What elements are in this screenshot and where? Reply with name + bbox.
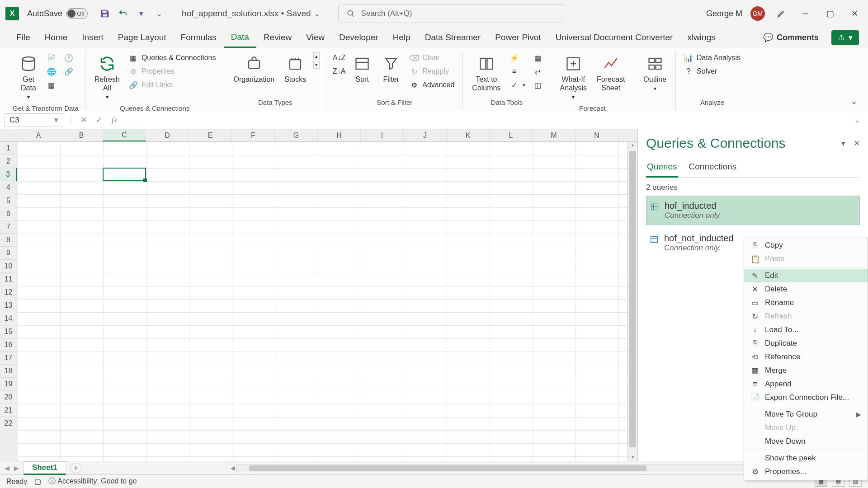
tab-data-streamer[interactable]: Data Streamer xyxy=(418,28,488,47)
ctx-rename[interactable]: ▭Rename xyxy=(744,296,868,310)
enter-formula-icon[interactable]: ✓ xyxy=(93,114,105,127)
ctx-export-connection-file[interactable]: 📄Export Connection File... xyxy=(744,391,868,404)
row-header[interactable]: 5 xyxy=(0,194,17,207)
datatype-down-icon[interactable]: ▾ xyxy=(313,61,320,69)
row-header[interactable]: 16 xyxy=(0,338,17,352)
row-header[interactable]: 21 xyxy=(0,404,17,417)
column-header[interactable]: M xyxy=(533,129,576,141)
row-header[interactable]: 3 xyxy=(0,168,17,181)
advanced-button[interactable]: ⚙Advanced xyxy=(408,80,456,90)
name-box-dropdown-icon[interactable]: ▾ xyxy=(54,115,58,125)
solver-button[interactable]: ?Solver xyxy=(682,66,742,77)
vertical-scrollbar[interactable]: ▴ ▾ xyxy=(627,142,637,461)
recent-sources-button[interactable]: 🕑 xyxy=(62,52,75,63)
datatype-up-icon[interactable]: ▴ xyxy=(313,52,320,60)
row-header[interactable]: 19 xyxy=(0,378,17,391)
ctx-reference[interactable]: ⟲Reference xyxy=(744,350,868,364)
row-header[interactable]: 8 xyxy=(0,234,17,247)
text-to-columns-button[interactable]: Text to Columns xyxy=(469,52,503,94)
pane-dropdown-icon[interactable]: ▾ xyxy=(841,139,845,148)
column-header[interactable]: K xyxy=(447,129,490,141)
cancel-formula-icon[interactable]: ✕ xyxy=(77,114,90,127)
row-header[interactable]: 4 xyxy=(0,181,17,194)
row-header[interactable]: 12 xyxy=(0,286,17,299)
minimize-button[interactable]: ─ xyxy=(797,5,814,22)
spreadsheet-grid[interactable]: ABCDEFGHIJKLMN 1234567891011121314151617… xyxy=(0,129,637,461)
data-model-button[interactable]: ◫ xyxy=(532,80,544,90)
column-header[interactable]: B xyxy=(60,129,103,141)
row-header[interactable]: 14 xyxy=(0,312,17,325)
add-sheet-button[interactable]: + xyxy=(71,463,81,474)
existing-conn-button[interactable]: 🔗 xyxy=(62,66,75,77)
row-header[interactable]: 20 xyxy=(0,391,17,404)
ctx-duplicate[interactable]: ⎘Duplicate xyxy=(744,337,868,350)
tab-insert[interactable]: Insert xyxy=(75,28,111,47)
tab-file[interactable]: File xyxy=(9,28,38,47)
whatif-button[interactable]: What-If Analysis ▾ xyxy=(557,52,590,103)
pane-tab-connections[interactable]: Connections xyxy=(688,159,738,177)
tab-data[interactable]: Data xyxy=(224,28,256,48)
tab-page-layout[interactable]: Page Layout xyxy=(111,28,174,47)
sort-az-button[interactable]: A↓Z xyxy=(333,52,345,63)
column-header[interactable]: D xyxy=(146,129,189,141)
selected-cell[interactable] xyxy=(103,168,146,181)
macro-record-icon[interactable]: ▢ xyxy=(34,477,41,486)
row-header[interactable]: 6 xyxy=(0,207,17,221)
save-icon[interactable] xyxy=(99,8,110,19)
select-all-corner[interactable] xyxy=(0,129,17,141)
column-header[interactable]: A xyxy=(17,129,60,141)
ctx-edit[interactable]: ✎Edit xyxy=(744,269,868,282)
tab-review[interactable]: Review xyxy=(256,28,299,47)
ctx-show-the-peek[interactable]: Show the peek xyxy=(744,451,868,465)
pane-close-icon[interactable]: ✕ xyxy=(854,139,860,148)
sheet-nav-next-icon[interactable]: ▶ xyxy=(14,465,19,472)
tab-xlwings[interactable]: xlwings xyxy=(680,28,722,47)
column-header[interactable]: G xyxy=(275,129,318,141)
pen-icon[interactable] xyxy=(773,5,789,22)
ctx-properties[interactable]: ⚙Properties... xyxy=(744,465,868,479)
column-header[interactable]: E xyxy=(189,129,232,141)
row-header[interactable]: 2 xyxy=(0,155,17,168)
ctx-move-down[interactable]: Move Down xyxy=(744,435,868,448)
column-header[interactable]: N xyxy=(576,129,618,141)
search-input[interactable]: Search (Alt+Q) xyxy=(338,4,564,23)
column-header[interactable]: C xyxy=(103,129,146,141)
from-text-button[interactable]: 📄 xyxy=(45,52,58,63)
accessibility-status[interactable]: ⓘAccessibility: Good to go xyxy=(48,477,137,486)
qat-customize-icon[interactable]: ⌄ xyxy=(154,8,165,19)
organization-button[interactable]: Organization xyxy=(231,52,277,85)
row-header[interactable]: 15 xyxy=(0,325,17,338)
row-header[interactable]: 18 xyxy=(0,365,17,378)
queries-connections-button[interactable]: ▦Queries & Connections xyxy=(127,52,218,63)
pane-tab-queries[interactable]: Queries xyxy=(646,159,678,178)
row-header[interactable]: 10 xyxy=(0,260,17,273)
data-analysis-button[interactable]: 📊Data Analysis xyxy=(682,52,742,63)
name-box[interactable]: C3 ▾ xyxy=(5,113,63,127)
row-header[interactable]: 11 xyxy=(0,273,17,286)
autosave-toggle[interactable]: AutoSave Off xyxy=(27,8,88,19)
row-header[interactable]: 1 xyxy=(0,142,17,155)
tab-home[interactable]: Home xyxy=(38,28,75,47)
formula-input[interactable] xyxy=(125,113,851,127)
column-header[interactable]: J xyxy=(404,129,447,141)
stocks-button[interactable]: Stocks xyxy=(282,52,309,85)
filter-button[interactable]: Filter xyxy=(379,52,403,85)
tab-formulas[interactable]: Formulas xyxy=(174,28,224,47)
fill-handle[interactable] xyxy=(143,178,147,182)
relationships-button[interactable]: ⇄ xyxy=(532,66,544,77)
sheet-tab-active[interactable]: Sheet1 xyxy=(24,461,66,475)
ctx-move-to-group[interactable]: Move To Group▶ xyxy=(744,408,868,421)
row-header[interactable]: 7 xyxy=(0,221,17,234)
ctx-delete[interactable]: ✕Delete xyxy=(744,282,868,296)
sheet-nav-prev-icon[interactable]: ◀ xyxy=(5,465,9,472)
get-data-button[interactable]: Get Data ▾ xyxy=(16,52,41,103)
column-header[interactable]: I xyxy=(361,129,404,141)
undo-icon[interactable] xyxy=(118,8,128,19)
ctx-append[interactable]: ≡Append xyxy=(744,377,868,391)
data-validation-button[interactable]: ✓▾ xyxy=(508,80,527,90)
title-dropdown-icon[interactable]: ⌄ xyxy=(314,9,320,19)
query-item[interactable]: hof_inductedConnection only. xyxy=(646,196,860,225)
share-button[interactable]: ▾ xyxy=(831,30,859,45)
tab-universal-document-converter[interactable]: Universal Document Converter xyxy=(548,28,680,47)
tab-power-pivot[interactable]: Power Pivot xyxy=(488,28,548,47)
